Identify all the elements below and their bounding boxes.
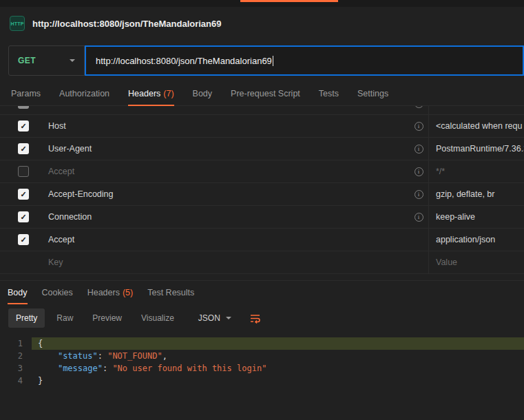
headers-table: Host<calculated when requUser-AgentPostm…: [0, 106, 524, 274]
info-icon: [415, 106, 423, 108]
code-line: 3 "message": "No user found with this lo…: [0, 362, 524, 375]
request-title: http://localhost:8080/json/TheMandaloria…: [32, 19, 222, 29]
tab-count: (7): [163, 89, 174, 98]
info-cell: [409, 229, 428, 251]
info-cell: [409, 160, 428, 182]
response-tab-headers[interactable]: Headers(5): [87, 281, 134, 304]
header-key[interactable]: Accept: [39, 167, 409, 176]
view-mode-preview[interactable]: Preview: [85, 308, 129, 328]
header-key[interactable]: Accept: [39, 235, 409, 244]
header-checkbox[interactable]: [18, 120, 29, 132]
header-checkbox[interactable]: [18, 106, 29, 109]
tab-label: Authorization: [59, 89, 109, 98]
header-value[interactable]: */*: [428, 160, 524, 182]
tab-label: Headers: [87, 288, 120, 297]
code-viewer[interactable]: 1{2 "status": "NOT_FOUND",3 "message": "…: [0, 337, 524, 387]
header-value-placeholder[interactable]: Value: [428, 251, 524, 273]
chevron-down-icon: [226, 317, 231, 319]
header-row: User-AgentPostmanRuntime/7.36.3: [0, 138, 524, 160]
view-mode-visualize[interactable]: Visualize: [134, 308, 182, 328]
text-cursor: [273, 56, 273, 66]
info-cell: [409, 106, 428, 114]
response-section: BodyCookiesHeaders(5)Test Results Pretty…: [0, 280, 524, 387]
header-key[interactable]: Host: [39, 121, 409, 131]
header-row: Acceptapplication/json: [0, 229, 524, 251]
tab-label: Settings: [357, 89, 388, 98]
header-checkbox[interactable]: [18, 189, 29, 200]
request-tab-body[interactable]: Body: [193, 81, 213, 105]
info-cell: [409, 115, 428, 137]
request-tab-authorization[interactable]: Authorization: [59, 81, 109, 105]
response-tab-body[interactable]: Body: [8, 281, 28, 304]
url-input[interactable]: http://localhost:8080/json/TheMandaloria…: [85, 45, 524, 76]
checkbox-cell: [8, 251, 39, 273]
header-key[interactable]: Accept-Encoding: [39, 189, 409, 199]
header-checkbox[interactable]: [18, 166, 29, 177]
token: :: [98, 351, 107, 361]
checkbox-cell: [8, 115, 39, 137]
code-line: 2 "status": "NOT_FOUND",: [0, 350, 524, 362]
response-format-select[interactable]: JSON: [198, 313, 231, 323]
header-row: Host<calculated when requ: [0, 115, 524, 138]
method-label: GET: [18, 56, 36, 65]
header-row: Connectionkeep-alive: [0, 206, 524, 229]
line-number: 2: [0, 350, 32, 362]
token: "NOT_FOUND": [107, 351, 162, 361]
header-row: Accept-Encodinggzip, deflate, br: [0, 183, 524, 206]
header-row-partial: [0, 106, 524, 115]
token: [38, 364, 58, 373]
line-number: 3: [0, 362, 32, 375]
tab-label: Tests: [319, 89, 339, 98]
info-icon: [415, 213, 423, 222]
header-checkbox[interactable]: [18, 211, 29, 222]
token: {: [38, 339, 43, 348]
request-title-bar: HTTP http://localhost:8080/json/TheManda…: [0, 7, 524, 40]
header-checkbox[interactable]: [18, 234, 29, 245]
header-value[interactable]: <calculated when requ: [428, 115, 524, 137]
request-tab-tests[interactable]: Tests: [319, 81, 339, 105]
format-label: JSON: [198, 313, 220, 323]
view-mode-pretty[interactable]: Pretty: [8, 308, 45, 328]
headers-table-body: Host<calculated when requUser-AgentPostm…: [0, 106, 524, 274]
line-content: "message": "No user found with this logi…: [32, 362, 524, 375]
checkbox-cell: [8, 138, 39, 160]
tab-label: Test Results: [147, 288, 194, 297]
wrap-text-button[interactable]: [247, 311, 264, 326]
token: [38, 351, 58, 361]
tab-count: (5): [123, 288, 133, 297]
header-key[interactable]: User-Agent: [39, 144, 409, 154]
active-tab-indicator: [240, 0, 338, 2]
info-icon: [415, 145, 423, 154]
tab-label: Body: [8, 288, 28, 297]
token: :: [103, 364, 112, 373]
tab-label: Pre-request Script: [231, 89, 300, 98]
checkbox-cell: [8, 229, 39, 251]
checkbox-cell: [8, 106, 39, 114]
line-content: "status": "NOT_FOUND",: [32, 350, 524, 362]
response-tab-cookies[interactable]: Cookies: [42, 281, 73, 304]
tab-label: Params: [11, 89, 41, 98]
app-tabbar-strip: [0, 0, 524, 7]
method-select[interactable]: GET: [8, 45, 85, 76]
header-value[interactable]: keep-alive: [428, 206, 524, 228]
header-key[interactable]: Connection: [39, 212, 409, 222]
response-tab-test-results[interactable]: Test Results: [147, 281, 194, 304]
request-tab-headers[interactable]: Headers(7): [128, 81, 174, 105]
header-row: Accept*/*: [0, 160, 524, 183]
checkbox-cell: [8, 160, 39, 182]
header-value[interactable]: application/json: [428, 229, 524, 251]
info-cell: [409, 183, 428, 205]
header-checkbox[interactable]: [18, 143, 29, 154]
header-value[interactable]: PostmanRuntime/7.36.3: [428, 138, 524, 160]
header-value[interactable]: gzip, deflate, br: [428, 183, 524, 205]
wrap-text-icon: [249, 313, 261, 324]
request-tab-settings[interactable]: Settings: [357, 81, 388, 105]
response-tabs: BodyCookiesHeaders(5)Test Results: [0, 281, 524, 304]
request-tab-params[interactable]: Params: [11, 81, 41, 105]
header-key-placeholder[interactable]: Key: [39, 258, 409, 267]
request-tabs: ParamsAuthorizationHeaders(7)BodyPre-req…: [0, 81, 524, 106]
chevron-down-icon: [70, 59, 75, 62]
view-mode-raw[interactable]: Raw: [49, 308, 81, 328]
request-tab-pre-request-script[interactable]: Pre-request Script: [231, 81, 300, 105]
token: "status": [58, 351, 98, 361]
